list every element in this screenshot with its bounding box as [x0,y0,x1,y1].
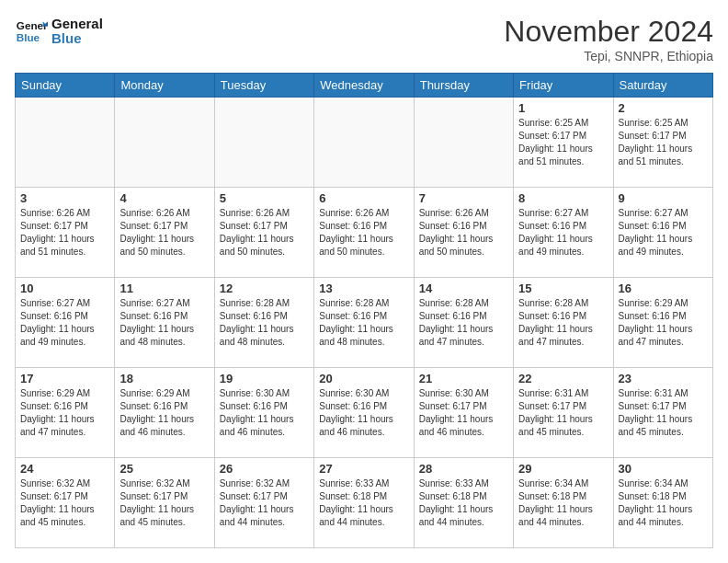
day-number: 26 [220,462,309,476]
day-number: 22 [518,372,608,385]
day-number: 4 [119,191,209,205]
day-info: Sunrise: 6:26 AM Sunset: 6:17 PM Dayligh… [220,207,309,259]
calendar-cell: 25Sunrise: 6:32 AM Sunset: 6:17 PM Dayli… [115,458,214,548]
day-number: 9 [619,191,708,205]
calendar-cell [16,98,115,188]
day-number: 14 [419,282,508,295]
day-number: 7 [419,191,508,205]
day-number: 24 [20,462,109,476]
day-info: Sunrise: 6:31 AM Sunset: 6:17 PM Dayligh… [619,387,708,439]
day-info: Sunrise: 6:30 AM Sunset: 6:16 PM Dayligh… [319,387,408,439]
calendar-cell: 26Sunrise: 6:32 AM Sunset: 6:17 PM Dayli… [214,458,313,548]
calendar-cell: 8Sunrise: 6:27 AM Sunset: 6:16 PM Daylig… [514,188,613,278]
calendar-week-4: 17Sunrise: 6:29 AM Sunset: 6:16 PM Dayli… [16,368,713,458]
calendar-cell: 1Sunrise: 6:25 AM Sunset: 6:17 PM Daylig… [514,98,613,188]
calendar-cell: 11Sunrise: 6:27 AM Sunset: 6:16 PM Dayli… [115,278,214,368]
day-number: 16 [619,282,708,295]
th-tuesday: Tuesday [214,74,313,98]
day-info: Sunrise: 6:27 AM Sunset: 6:16 PM Dayligh… [518,207,608,259]
weekday-header-row: Sunday Monday Tuesday Wednesday Thursday… [16,74,713,98]
calendar-week-3: 10Sunrise: 6:27 AM Sunset: 6:16 PM Dayli… [16,278,713,368]
day-info: Sunrise: 6:27 AM Sunset: 6:16 PM Dayligh… [119,297,209,349]
calendar-cell: 4Sunrise: 6:26 AM Sunset: 6:17 PM Daylig… [115,188,214,278]
calendar-cell: 3Sunrise: 6:26 AM Sunset: 6:17 PM Daylig… [16,188,115,278]
calendar-cell [314,98,414,188]
calendar-cell [414,98,513,188]
day-info: Sunrise: 6:32 AM Sunset: 6:17 PM Dayligh… [119,477,209,529]
day-number: 2 [619,101,708,115]
calendar-cell: 27Sunrise: 6:33 AM Sunset: 6:18 PM Dayli… [314,458,414,548]
logo: General Blue General Blue [15,15,103,48]
calendar-cell: 13Sunrise: 6:28 AM Sunset: 6:16 PM Dayli… [314,278,414,368]
day-info: Sunrise: 6:26 AM Sunset: 6:16 PM Dayligh… [419,207,508,259]
calendar-cell [214,98,313,188]
calendar-cell: 24Sunrise: 6:32 AM Sunset: 6:17 PM Dayli… [16,458,115,548]
day-info: Sunrise: 6:28 AM Sunset: 6:16 PM Dayligh… [319,297,408,349]
header: General Blue General Blue November 2024 … [15,15,713,63]
day-number: 30 [619,462,708,476]
day-info: Sunrise: 6:25 AM Sunset: 6:17 PM Dayligh… [619,117,708,168]
day-number: 13 [319,282,408,295]
logo-text-blue: Blue [51,31,103,47]
day-number: 10 [20,282,109,295]
th-thursday: Thursday [414,74,513,98]
day-info: Sunrise: 6:29 AM Sunset: 6:16 PM Dayligh… [20,387,109,439]
day-number: 1 [518,101,608,115]
calendar-cell: 10Sunrise: 6:27 AM Sunset: 6:16 PM Dayli… [16,278,115,368]
th-saturday: Saturday [613,74,712,98]
calendar-week-5: 24Sunrise: 6:32 AM Sunset: 6:17 PM Dayli… [16,458,713,548]
day-info: Sunrise: 6:34 AM Sunset: 6:18 PM Dayligh… [619,477,708,529]
day-info: Sunrise: 6:33 AM Sunset: 6:18 PM Dayligh… [319,477,408,529]
day-info: Sunrise: 6:28 AM Sunset: 6:16 PM Dayligh… [220,297,309,349]
day-number: 23 [619,372,708,385]
day-number: 27 [319,462,408,476]
day-info: Sunrise: 6:29 AM Sunset: 6:16 PM Dayligh… [619,297,708,349]
day-info: Sunrise: 6:32 AM Sunset: 6:17 PM Dayligh… [20,477,109,529]
day-number: 15 [518,282,608,295]
day-info: Sunrise: 6:31 AM Sunset: 6:17 PM Dayligh… [518,387,608,439]
calendar-cell: 28Sunrise: 6:33 AM Sunset: 6:18 PM Dayli… [414,458,513,548]
calendar-table: Sunday Monday Tuesday Wednesday Thursday… [15,73,713,548]
day-number: 25 [119,462,209,476]
day-info: Sunrise: 6:30 AM Sunset: 6:16 PM Dayligh… [220,387,309,439]
calendar-cell: 14Sunrise: 6:28 AM Sunset: 6:16 PM Dayli… [414,278,513,368]
calendar-cell: 17Sunrise: 6:29 AM Sunset: 6:16 PM Dayli… [16,368,115,458]
day-number: 5 [220,191,309,205]
calendar-cell: 30Sunrise: 6:34 AM Sunset: 6:18 PM Dayli… [613,458,712,548]
day-number: 6 [319,191,408,205]
page: General Blue General Blue November 2024 … [0,0,728,563]
calendar-cell: 12Sunrise: 6:28 AM Sunset: 6:16 PM Dayli… [214,278,313,368]
calendar-cell: 6Sunrise: 6:26 AM Sunset: 6:16 PM Daylig… [314,188,414,278]
calendar-cell: 5Sunrise: 6:26 AM Sunset: 6:17 PM Daylig… [214,188,313,278]
day-info: Sunrise: 6:26 AM Sunset: 6:16 PM Dayligh… [319,207,408,259]
day-info: Sunrise: 6:29 AM Sunset: 6:16 PM Dayligh… [119,387,209,439]
svg-text:Blue: Blue [17,31,40,43]
day-info: Sunrise: 6:27 AM Sunset: 6:16 PM Dayligh… [20,297,109,349]
th-monday: Monday [115,74,214,98]
calendar-cell: 9Sunrise: 6:27 AM Sunset: 6:16 PM Daylig… [613,188,712,278]
location: Tepi, SNNPR, Ethiopia [504,49,713,63]
calendar-week-1: 1Sunrise: 6:25 AM Sunset: 6:17 PM Daylig… [16,98,713,188]
th-friday: Friday [514,74,613,98]
calendar-cell: 22Sunrise: 6:31 AM Sunset: 6:17 PM Dayli… [514,368,613,458]
calendar-cell [115,98,214,188]
calendar-cell: 15Sunrise: 6:28 AM Sunset: 6:16 PM Dayli… [514,278,613,368]
calendar-header: Sunday Monday Tuesday Wednesday Thursday… [16,74,713,98]
calendar-body: 1Sunrise: 6:25 AM Sunset: 6:17 PM Daylig… [16,98,713,548]
calendar-cell: 18Sunrise: 6:29 AM Sunset: 6:16 PM Dayli… [115,368,214,458]
calendar-cell: 20Sunrise: 6:30 AM Sunset: 6:16 PM Dayli… [314,368,414,458]
day-number: 8 [518,191,608,205]
day-info: Sunrise: 6:26 AM Sunset: 6:17 PM Dayligh… [119,207,209,259]
day-info: Sunrise: 6:30 AM Sunset: 6:17 PM Dayligh… [419,387,508,439]
th-wednesday: Wednesday [314,74,414,98]
logo-text-general: General [51,17,103,32]
calendar-cell: 21Sunrise: 6:30 AM Sunset: 6:17 PM Dayli… [414,368,513,458]
day-info: Sunrise: 6:34 AM Sunset: 6:18 PM Dayligh… [518,477,608,529]
calendar-cell: 19Sunrise: 6:30 AM Sunset: 6:16 PM Dayli… [214,368,313,458]
day-number: 29 [518,462,608,476]
day-number: 11 [119,282,209,295]
calendar-cell: 23Sunrise: 6:31 AM Sunset: 6:17 PM Dayli… [613,368,712,458]
day-info: Sunrise: 6:28 AM Sunset: 6:16 PM Dayligh… [518,297,608,349]
day-number: 21 [419,372,508,385]
calendar-cell: 29Sunrise: 6:34 AM Sunset: 6:18 PM Dayli… [514,458,613,548]
